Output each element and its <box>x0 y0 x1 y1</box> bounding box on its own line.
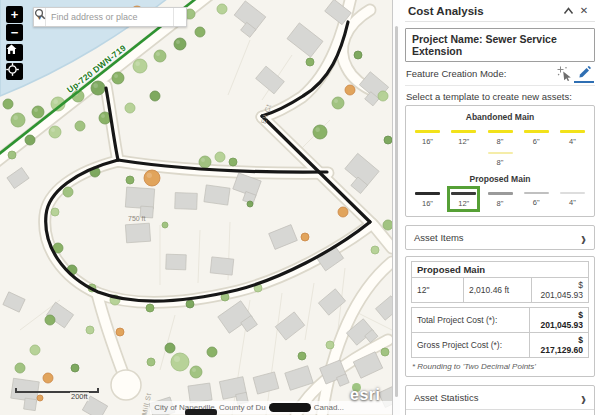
pencil-icon <box>577 66 591 79</box>
locate-button[interactable] <box>6 63 23 80</box>
asset-length-cell: 2,010.46 ft <box>464 278 532 303</box>
cost-table-group-header: Proposed Main <box>412 262 589 278</box>
total-cost-label: Total Project Cost (*): <box>412 308 530 333</box>
line-swatch <box>451 130 476 133</box>
search-box: ▼ <box>33 7 187 27</box>
magic-wand-icon <box>557 66 572 81</box>
table-row: 12" 2,010.46 ft $ 201,045.93 <box>412 278 589 303</box>
asset-cost-cell: $ 201,045.93 <box>532 278 589 303</box>
zoom-out-button[interactable]: − <box>6 24 23 41</box>
draw-tool-button[interactable] <box>574 65 594 83</box>
select-tool-button[interactable] <box>554 65 574 83</box>
cul-de-sac <box>111 370 141 400</box>
scale-bar-label: 200ft <box>70 392 89 401</box>
home-button[interactable] <box>6 44 23 61</box>
group-title-proposed-valves: Proposed Valves <box>409 215 591 217</box>
search-input[interactable] <box>46 8 173 26</box>
abandoned-main-row: 16" 12" 8" 6" <box>409 124 591 150</box>
asset-statistics-header[interactable]: Asset Statistics › <box>406 386 594 409</box>
attribution-text-right: Canad... <box>314 403 344 412</box>
map-canvas[interactable]: Up-720 DWN-719 Ell Ct Mill St 750 ft 200… <box>0 0 392 415</box>
locate-icon <box>6 63 19 76</box>
panel-scrollbar[interactable] <box>393 0 400 415</box>
line-swatch <box>488 192 513 195</box>
panel-scrollbar-thumb[interactable] <box>395 26 398 397</box>
panel-title: Cost Analysis <box>408 5 560 17</box>
template-abandoned-16[interactable]: 16" <box>411 124 444 150</box>
app-window: Up-720 DWN-719 Ell Ct Mill St 750 ft 200… <box>0 0 600 415</box>
gross-cost-label: Gross Project Cost (*): <box>412 333 530 358</box>
table-row: Total Project Cost (*): $ 201,045.93 <box>412 308 589 333</box>
search-button[interactable] <box>173 8 186 26</box>
attribution-overlay <box>269 403 311 412</box>
line-swatch <box>488 152 513 154</box>
group-title-abandoned-main: Abandoned Main <box>409 112 591 122</box>
project-summary-header[interactable]: Project Summary › <box>406 409 594 415</box>
asset-items-section: Asset Items › <box>405 225 595 250</box>
line-swatch <box>415 130 440 133</box>
template-abandoned-8-lateral[interactable]: 8" <box>484 148 517 171</box>
template-abandoned-12[interactable]: 12" <box>447 124 480 150</box>
home-icon <box>6 44 17 55</box>
chevron-right-icon: › <box>581 391 586 405</box>
asset-items-header[interactable]: Asset Items › <box>406 226 594 249</box>
zoom-in-button[interactable]: + <box>6 6 23 23</box>
bottom-overlay <box>185 409 217 415</box>
asset-cost-table: Proposed Main 12" 2,010.46 ft $ 201,045.… <box>411 261 589 303</box>
total-cost-value: $ 201,045.93 <box>530 308 589 333</box>
basemap-graphics <box>0 0 392 415</box>
line-swatch <box>560 130 585 133</box>
line-swatch <box>524 130 549 133</box>
abandoned-main-row-2: 8" <box>409 148 591 171</box>
feature-creation-mode-label: Feature Creation Mode: <box>406 68 554 79</box>
template-abandoned-4[interactable]: 4" <box>556 124 589 150</box>
totals-table: Total Project Cost (*): $ 201,045.93 Gro… <box>411 307 589 358</box>
proposed-main-row: 16" 12" 8" 6" <box>409 186 591 212</box>
project-name-box: Project Name: Sewer Service Extension <box>405 28 595 62</box>
template-proposed-16[interactable]: 16" <box>411 186 444 212</box>
close-icon: ✕ <box>580 5 588 16</box>
cost-analysis-panel: Cost Analysis ✕ Project Name: Sewer Serv… <box>392 0 600 415</box>
select-template-label: Select a template to create new assets: <box>406 91 595 102</box>
rounding-footnote: * Rounding to 'Two Decimal Points' <box>412 362 588 371</box>
panel-header: Cost Analysis ✕ <box>405 0 595 22</box>
line-swatch <box>560 192 585 194</box>
esri-logo: esri <box>350 386 380 404</box>
group-title-proposed-main: Proposed Main <box>409 174 591 184</box>
cost-summary-card: Proposed Main 12" 2,010.46 ft $ 201,045.… <box>405 256 595 377</box>
close-panel-button[interactable]: ✕ <box>576 3 592 19</box>
template-abandoned-6[interactable]: 6" <box>520 124 553 150</box>
magnifier-icon <box>34 8 46 20</box>
template-proposed-4[interactable]: 4" <box>556 186 589 212</box>
line-swatch <box>488 130 513 133</box>
asset-size-cell: 12" <box>412 278 464 303</box>
feature-creation-mode-row: Feature Creation Mode: <box>405 62 595 86</box>
template-proposed-6[interactable]: 6" <box>520 186 553 212</box>
collapse-panel-button[interactable] <box>560 3 576 19</box>
line-swatch <box>451 192 476 195</box>
chevron-up-icon <box>563 7 574 15</box>
lower-sections: Asset Statistics › Project Summary › <box>405 385 595 415</box>
gross-cost-value: $ 217,129.60 <box>530 333 589 358</box>
template-proposed-8[interactable]: 8" <box>484 186 517 212</box>
template-proposed-12-selected[interactable]: 12" <box>447 186 480 212</box>
line-swatch <box>415 192 440 195</box>
template-picker: Abandoned Main 16" 12" 8" <box>405 105 595 217</box>
scale-bar: 200ft <box>15 388 99 396</box>
line-swatch <box>524 192 549 194</box>
chevron-right-icon: › <box>581 231 586 245</box>
table-row: Gross Project Cost (*): $ 217,129.60 <box>412 333 589 358</box>
template-abandoned-8[interactable]: 8" <box>484 124 517 150</box>
